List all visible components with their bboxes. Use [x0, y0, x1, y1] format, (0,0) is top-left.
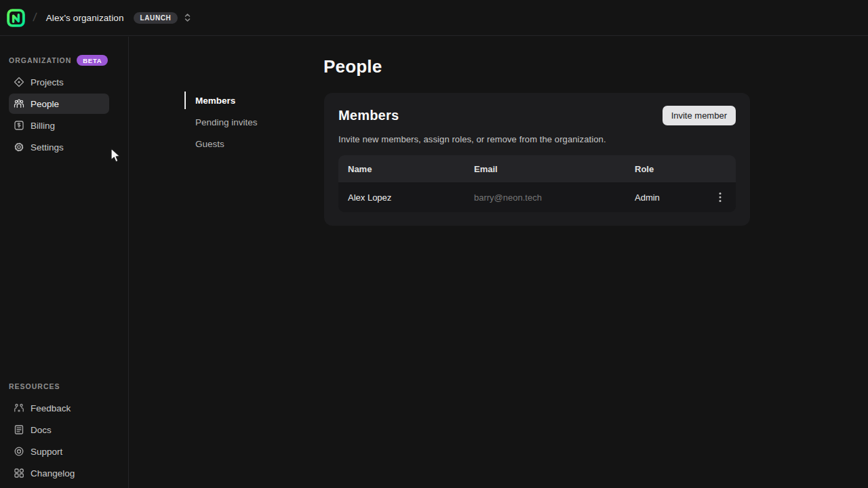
- members-card-title: Members: [338, 108, 399, 123]
- projects-icon: [14, 77, 24, 87]
- resources-section-label: RESOURCES: [9, 382, 60, 390]
- sidebar-item-support[interactable]: Support: [9, 441, 109, 462]
- people-subnav: Members Pending invites Guests: [184, 94, 258, 159]
- subnav-pending-invites[interactable]: Pending invites: [184, 115, 258, 129]
- members-card: Members Invite member Invite new members…: [324, 93, 750, 226]
- organization-section-label: ORGANIZATION: [9, 56, 71, 64]
- column-header-email: Email: [465, 164, 625, 174]
- feedback-icon: [14, 403, 24, 413]
- member-role: Admin: [625, 192, 705, 203]
- sidebar-item-feedback[interactable]: Feedback: [9, 398, 109, 418]
- members-card-description: Invite new members, assign roles, or rem…: [338, 134, 736, 144]
- row-actions-kebab-icon[interactable]: [705, 182, 736, 212]
- sidebar-item-billing[interactable]: Billing: [9, 115, 109, 136]
- subnav-guests[interactable]: Guests: [184, 137, 258, 150]
- app-window: / Alex's organization LAUNCH ORGANIZATIO…: [0, 0, 868, 488]
- resources-section: RESOURCES Feedback: [0, 383, 128, 485]
- org-name[interactable]: Alex's organization: [46, 13, 124, 23]
- sidebar-item-projects[interactable]: Projects: [9, 72, 109, 92]
- column-header-role: Role: [625, 164, 705, 174]
- org-nav: Projects People: [0, 72, 128, 157]
- neon-logo-icon[interactable]: [7, 9, 25, 27]
- sidebar-item-label: Changelog: [31, 468, 75, 479]
- column-header-name: Name: [338, 164, 465, 174]
- docs-icon: [14, 424, 24, 435]
- sidebar-item-label: People: [31, 99, 59, 109]
- support-icon: [14, 446, 24, 457]
- members-table: Name Email Role Alex Lopez barry@neon.te…: [338, 155, 736, 212]
- member-email: barry@neon.tech: [465, 192, 625, 203]
- beta-badge: BETA: [77, 55, 108, 66]
- sidebar: ORGANIZATION BETA Projects People: [0, 37, 129, 488]
- invite-member-button[interactable]: Invite member: [663, 106, 736, 125]
- sidebar-item-label: Feedback: [31, 403, 71, 413]
- top-header: / Alex's organization LAUNCH: [0, 0, 868, 36]
- sidebar-item-label: Docs: [31, 425, 52, 435]
- page-title: People: [323, 56, 382, 77]
- resources-nav: Feedback Docs Support: [0, 398, 128, 483]
- billing-icon: [14, 120, 24, 131]
- settings-icon: [14, 142, 24, 152]
- sidebar-item-docs[interactable]: Docs: [9, 420, 109, 440]
- member-name: Alex Lopez: [338, 192, 465, 203]
- org-switcher-chevrons-icon[interactable]: [183, 12, 192, 23]
- main-content: People Members Pending invites Guests Me…: [130, 37, 868, 488]
- sidebar-item-label: Settings: [31, 142, 64, 152]
- breadcrumb-separator: /: [33, 11, 38, 24]
- sidebar-item-changelog[interactable]: Changelog: [9, 463, 109, 483]
- people-icon: [14, 98, 24, 109]
- changelog-icon: [14, 468, 24, 479]
- sidebar-item-label: Support: [31, 447, 62, 457]
- table-header-row: Name Email Role: [338, 155, 736, 182]
- table-row: Alex Lopez barry@neon.tech Admin: [338, 182, 736, 212]
- subnav-members[interactable]: Members: [184, 94, 258, 107]
- sidebar-item-label: Projects: [31, 77, 64, 87]
- sidebar-item-people[interactable]: People: [9, 94, 109, 114]
- plan-badge[interactable]: LAUNCH: [134, 12, 178, 24]
- sidebar-item-label: Billing: [31, 121, 55, 131]
- sidebar-item-settings[interactable]: Settings: [9, 137, 109, 157]
